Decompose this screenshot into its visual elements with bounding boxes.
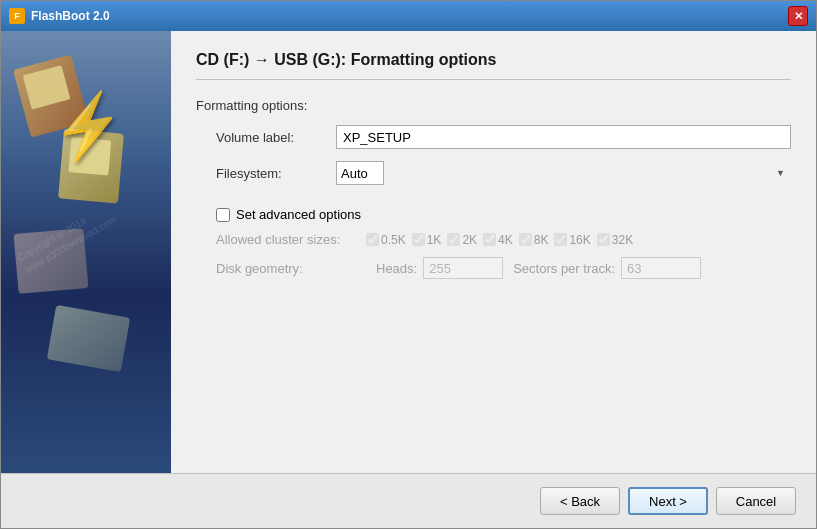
window-title: FlashBoot 2.0 (31, 9, 110, 23)
sectors-label: Sectors per track: (513, 261, 615, 276)
heads-label: Heads: (376, 261, 417, 276)
volume-label-row: Volume label: (196, 125, 791, 149)
sectors-input (621, 257, 701, 279)
content-area: ⚡ Copyright © 2018 www.p30download.com C… (1, 31, 816, 473)
filesystem-select-wrapper: Auto FAT32 NTFS FAT (336, 161, 791, 185)
title-bar-left: F FlashBoot 2.0 (9, 8, 110, 24)
main-panel: CD (F:) → USB (G:): Formatting options F… (171, 31, 816, 473)
cluster-checkbox-1k (412, 233, 425, 246)
filesystem-row: Filesystem: Auto FAT32 NTFS FAT (196, 161, 791, 185)
filesystem-label: Filesystem: (216, 166, 336, 181)
cluster-checks: 0.5K 1K 2K 4K (366, 233, 633, 247)
floppy-card-4 (47, 305, 130, 372)
sidebar: ⚡ Copyright © 2018 www.p30download.com (1, 31, 171, 473)
sidebar-art: ⚡ Copyright © 2018 www.p30download.com (1, 31, 171, 473)
filesystem-select[interactable]: Auto FAT32 NTFS FAT (336, 161, 384, 185)
title-bar: F FlashBoot 2.0 ✕ (1, 1, 816, 31)
cluster-label-05k: 0.5K (381, 233, 406, 247)
cluster-item-32k: 32K (597, 233, 633, 247)
cluster-label-2k: 2K (462, 233, 477, 247)
main-window: F FlashBoot 2.0 ✕ ⚡ Copyright © 2018 www… (0, 0, 817, 529)
cluster-label-16k: 16K (569, 233, 590, 247)
cluster-checkbox-32k (597, 233, 610, 246)
advanced-section: Allowed cluster sizes: 0.5K 1K 2K (196, 232, 791, 279)
cluster-checkbox-05k (366, 233, 379, 246)
disk-geometry-label: Disk geometry: (216, 261, 366, 276)
volume-label-text: Volume label: (216, 130, 336, 145)
page-title: CD (F:) → USB (G:): Formatting options (196, 51, 791, 80)
cluster-label-4k: 4K (498, 233, 513, 247)
cluster-sizes-label: Allowed cluster sizes: (216, 232, 366, 247)
disk-geometry-row: Disk geometry: Heads: Sectors per track: (216, 257, 791, 279)
close-button[interactable]: ✕ (788, 6, 808, 26)
cluster-label-8k: 8K (534, 233, 549, 247)
lightning-icon: ⚡ (45, 85, 131, 168)
app-icon: F (9, 8, 25, 24)
cluster-item-1k: 1K (412, 233, 442, 247)
heads-field: Heads: (376, 257, 503, 279)
cluster-item-2k: 2K (447, 233, 477, 247)
footer: < Back Next > Cancel (1, 473, 816, 528)
cancel-button[interactable]: Cancel (716, 487, 796, 515)
cluster-checkbox-8k (519, 233, 532, 246)
heads-input (423, 257, 503, 279)
cluster-label-1k: 1K (427, 233, 442, 247)
advanced-options-checkbox[interactable] (216, 208, 230, 222)
next-button[interactable]: Next > (628, 487, 708, 515)
cluster-item-8k: 8K (519, 233, 549, 247)
advanced-options-label[interactable]: Set advanced options (236, 207, 361, 222)
cluster-sizes-row: Allowed cluster sizes: 0.5K 1K 2K (216, 232, 791, 247)
sectors-field: Sectors per track: (513, 257, 701, 279)
back-button[interactable]: < Back (540, 487, 620, 515)
cluster-checkbox-2k (447, 233, 460, 246)
volume-label-input[interactable] (336, 125, 791, 149)
cluster-checkbox-16k (554, 233, 567, 246)
advanced-checkbox-row: Set advanced options (216, 207, 791, 222)
cluster-item-4k: 4K (483, 233, 513, 247)
cluster-checkbox-4k (483, 233, 496, 246)
cluster-item-05k: 0.5K (366, 233, 406, 247)
cluster-item-16k: 16K (554, 233, 590, 247)
section-label: Formatting options: (196, 98, 791, 113)
cluster-label-32k: 32K (612, 233, 633, 247)
